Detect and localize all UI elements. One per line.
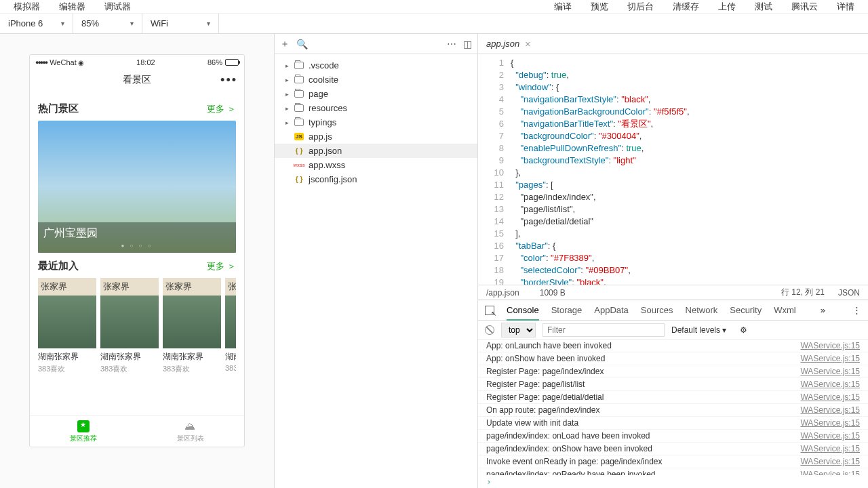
folder-item[interactable]: ▸resources	[275, 101, 477, 115]
clear-console-icon[interactable]	[485, 325, 494, 335]
phone-frame: ●●●●● WeChat ◉ 18:02 86% 看景区 ••• 热门景区 更多…	[29, 54, 245, 447]
star-icon	[77, 420, 90, 432]
network-select[interactable]: WiFi▾	[142, 14, 219, 33]
menu-item[interactable]: 上传	[718, 1, 736, 13]
code-content[interactable]: { "debug": true, "window": { "navigation…	[511, 54, 868, 285]
folder-item[interactable]: ▸coolsite	[275, 73, 477, 87]
devtools-tab[interactable]: AppData	[594, 305, 629, 315]
context-select[interactable]: top	[501, 323, 536, 338]
zoom-select[interactable]: 85%▾	[73, 14, 142, 33]
scenic-card[interactable]: 张家界湖南3831	[225, 278, 236, 374]
menu-item[interactable]: 腾讯云	[791, 1, 818, 13]
device-select[interactable]: iPhone 6▾	[0, 14, 73, 33]
scenic-card[interactable]: 张家界湖南张家界383喜欢	[163, 278, 221, 374]
file-item[interactable]: { }app.json	[275, 144, 477, 158]
battery-icon	[225, 59, 239, 66]
banner-pagination: ● ○ ○ ○	[38, 243, 236, 249]
devtools-tab[interactable]: Network	[686, 305, 718, 315]
mountain-icon	[184, 420, 197, 432]
console-line: App: onShow have been invokedWAService.j…	[478, 352, 868, 365]
section-hot-title: 热门景区	[38, 102, 207, 115]
scenic-card[interactable]: 张家界湖南张家界383喜欢	[100, 278, 159, 374]
app-navbar: 看景区 •••	[30, 70, 244, 90]
folder-icon	[294, 62, 304, 69]
source-link[interactable]: WAService.js:15	[800, 367, 860, 376]
phone-statusbar: ●●●●● WeChat ◉ 18:02 86%	[30, 55, 244, 70]
folder-icon	[294, 90, 304, 98]
source-link[interactable]: WAService.js:15	[800, 380, 860, 389]
menu-item[interactable]: 详情	[837, 1, 854, 13]
folder-icon	[294, 76, 304, 83]
code-editor: app.json × 12345678910111213141516171819…	[478, 34, 868, 488]
source-link[interactable]: WAService.js:15	[800, 354, 860, 363]
devtools-menu-icon[interactable]: ⋮	[852, 305, 861, 315]
more-link[interactable]: 更多 ＞	[207, 260, 236, 272]
folder-item[interactable]: ▸.vscode	[275, 58, 477, 73]
console-line: App: onLaunch have been invokedWAService…	[478, 340, 868, 352]
wifi-icon: ◉	[78, 59, 84, 66]
source-link[interactable]: WAService.js:15	[800, 431, 860, 441]
console-line: Register Page: page/list/listWAService.j…	[478, 378, 868, 391]
element-select-icon[interactable]	[485, 306, 494, 315]
settings-icon[interactable]: ⚙	[740, 325, 747, 335]
sim-toolbar: iPhone 6▾ 85%▾ WiFi▾	[0, 14, 868, 34]
folder-item[interactable]: ▸typings	[275, 115, 477, 129]
menu-item[interactable]: 测试	[755, 1, 772, 13]
more-icon[interactable]: ⋯	[447, 39, 456, 49]
banner-image[interactable]: 广州宝墨园 ● ○ ○ ○	[38, 121, 236, 253]
console-line: On app route: page/index/indexWAService.…	[478, 404, 868, 417]
menu-item[interactable]: 切后台	[627, 1, 654, 13]
console-line: Register Page: page/index/indexWAService…	[478, 365, 868, 378]
source-link[interactable]: WAService.js:15	[800, 470, 860, 475]
app-title: 看景区	[123, 74, 151, 86]
source-link[interactable]: WAService.js:15	[800, 341, 860, 350]
devtools-tab[interactable]: Storage	[551, 305, 583, 315]
devtools-tab[interactable]: Wxml	[774, 305, 796, 315]
console-prompt[interactable]: ›	[478, 475, 868, 488]
menubar: 模拟器编辑器调试器 编译预览切后台清缓存上传测试腾讯云详情	[0, 0, 868, 14]
console-line: page/index/index: onReady have been invo…	[478, 468, 868, 475]
devtools-tab[interactable]: Sources	[641, 305, 673, 315]
tab-recommend[interactable]: 景区推荐	[30, 416, 137, 447]
menu-item[interactable]: 调试器	[104, 1, 131, 13]
levels-select[interactable]: Default levels ▾	[671, 325, 726, 335]
folder-item[interactable]: ▸page	[275, 87, 477, 101]
file-item[interactable]: wxssapp.wxss	[275, 158, 477, 172]
scenic-card[interactable]: 张家界湖南张家界383喜欢	[38, 278, 96, 374]
devtools-tab[interactable]: Console	[507, 305, 539, 321]
file-item[interactable]: JSapp.js	[275, 129, 477, 144]
menu-item[interactable]: 预览	[591, 1, 608, 13]
console-line: Register Page: page/detial/detialWAServi…	[478, 391, 868, 404]
devtools-tab[interactable]: Security	[730, 305, 762, 315]
editor-statusbar: /app.json 1009 B 行 12, 列 21 JSON	[478, 285, 868, 300]
menu-item[interactable]: 编译	[554, 1, 572, 13]
simulator-panel: ●●●●● WeChat ◉ 18:02 86% 看景区 ••• 热门景区 更多…	[0, 34, 275, 488]
console-line: Invoke event onReady in page: page/index…	[478, 455, 868, 468]
close-icon[interactable]: ×	[525, 39, 530, 49]
menu-item[interactable]: 模拟器	[14, 1, 40, 13]
file-item[interactable]: { }jsconfig.json	[275, 172, 477, 186]
source-link[interactable]: WAService.js:15	[800, 405, 860, 415]
source-link[interactable]: WAService.js:15	[800, 457, 860, 466]
more-link[interactable]: 更多 ＞	[207, 103, 236, 115]
menu-item[interactable]: 清缓存	[673, 1, 699, 13]
source-link[interactable]: WAService.js:15	[800, 444, 860, 453]
section-recent-title: 最近加入	[38, 260, 207, 272]
devtools-panel: ConsoleStorageAppDataSourcesNetworkSecur…	[478, 300, 868, 488]
search-icon[interactable]: 🔍	[296, 39, 308, 49]
tab-bar: 景区推荐 景区列表	[30, 415, 244, 447]
file-explorer: ＋ 🔍 ⋯ ◫ ▸.vscode▸coolsite▸page▸resources…	[275, 34, 478, 488]
editor-tab[interactable]: app.json ×	[478, 34, 538, 54]
source-link[interactable]: WAService.js:15	[800, 418, 860, 428]
filter-input[interactable]	[542, 323, 665, 337]
source-link[interactable]: WAService.js:15	[800, 392, 860, 402]
menu-dots-icon[interactable]: •••	[220, 73, 237, 87]
tab-list[interactable]: 景区列表	[137, 416, 244, 447]
split-icon[interactable]: ◫	[463, 39, 472, 49]
menu-item[interactable]: 编辑器	[59, 1, 85, 13]
console-line: page/index/index: onLoad have been invok…	[478, 430, 868, 443]
expand-icon[interactable]: »	[821, 305, 825, 315]
new-file-icon[interactable]: ＋	[280, 38, 290, 50]
console-line: Update view with init dataWAService.js:1…	[478, 417, 868, 430]
folder-icon	[294, 119, 304, 126]
